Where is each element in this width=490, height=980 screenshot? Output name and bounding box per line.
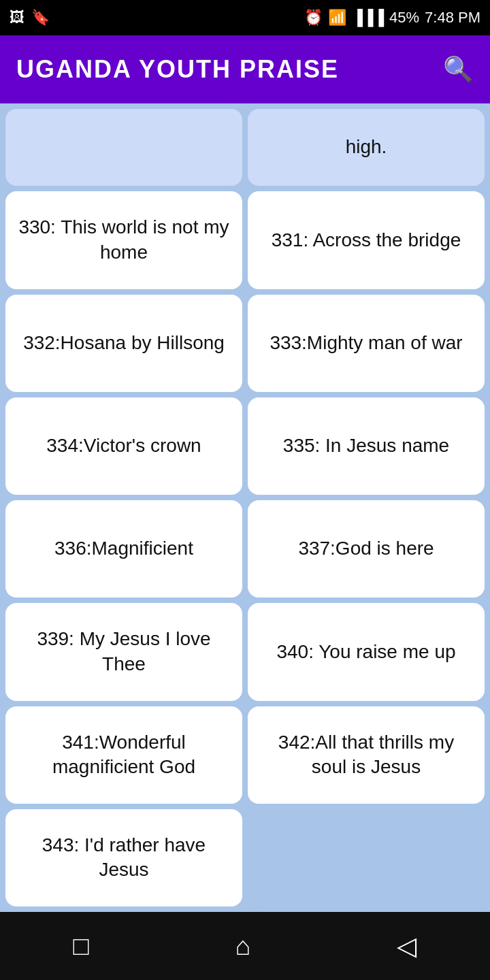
song-label: 342:All that thrills my soul is Jesus: [259, 730, 474, 780]
back-button[interactable]: ◁: [397, 931, 416, 961]
list-item[interactable]: 332:Hosana by Hillsong: [5, 295, 242, 392]
bookmark-icon: 🔖: [31, 9, 50, 27]
signal-icon: ▐▐▐: [352, 9, 384, 27]
wifi-icon: 📶: [328, 9, 346, 27]
song-label: high.: [346, 135, 387, 159]
song-label: 333:Mighty man of war: [270, 331, 462, 355]
list-item[interactable]: 334:Victor's crown: [5, 397, 242, 495]
list-item[interactable]: [5, 109, 242, 186]
song-label: 340: You raise me up: [276, 640, 455, 664]
status-icons-left: 🖼 🔖: [10, 9, 50, 27]
recents-button[interactable]: □: [74, 932, 89, 961]
list-item[interactable]: 341:Wonderful magnificient God: [5, 706, 242, 804]
alarm-icon: ⏰: [304, 9, 323, 27]
search-icon[interactable]: 🔍: [443, 55, 474, 84]
list-item-empty: [248, 809, 485, 906]
list-item[interactable]: 337:God is here: [248, 500, 485, 598]
bottom-nav-bar: □ ⌂ ◁: [0, 912, 490, 980]
time-display: 7:48 PM: [425, 9, 480, 27]
song-label: 339: My Jesus I love Thee: [16, 627, 231, 676]
app-title: UGANDA YOUTH PRAISE: [16, 55, 339, 84]
song-label: 336:Magnificient: [54, 536, 193, 561]
list-item[interactable]: 343: I'd rather have Jesus: [5, 809, 242, 906]
status-bar: 🖼 🔖 ⏰ 📶 ▐▐▐ 45% 7:48 PM: [0, 0, 490, 35]
song-label: 335: In Jesus name: [283, 434, 449, 458]
app-header: UGANDA YOUTH PRAISE 🔍: [0, 35, 490, 103]
song-label: 334:Victor's crown: [46, 434, 201, 458]
list-item[interactable]: 339: My Jesus I love Thee: [5, 603, 242, 700]
song-label: 341:Wonderful magnificient God: [16, 730, 231, 780]
song-label: 330: This world is not my home: [16, 215, 231, 265]
list-item[interactable]: 331: Across the bridge: [248, 191, 485, 289]
song-label: 332:Hosana by Hillsong: [23, 331, 225, 355]
list-item[interactable]: 340: You raise me up: [248, 603, 485, 700]
list-item[interactable]: 330: This world is not my home: [5, 191, 242, 289]
song-grid: high. 330: This world is not my home 331…: [0, 103, 490, 912]
status-icons-right: ⏰ 📶 ▐▐▐ 45% 7:48 PM: [304, 9, 480, 27]
home-button[interactable]: ⌂: [235, 932, 251, 961]
battery-percent: 45%: [389, 9, 419, 27]
list-item[interactable]: high.: [248, 109, 485, 186]
list-item[interactable]: 336:Magnificient: [5, 500, 242, 598]
song-label: 331: Across the bridge: [272, 228, 461, 252]
photo-icon: 🖼: [10, 9, 24, 27]
song-label: 343: I'd rather have Jesus: [16, 833, 231, 883]
list-item[interactable]: 342:All that thrills my soul is Jesus: [248, 706, 485, 804]
list-item[interactable]: 333:Mighty man of war: [248, 295, 485, 392]
song-label: 337:God is here: [298, 536, 434, 561]
list-item[interactable]: 335: In Jesus name: [248, 397, 485, 495]
